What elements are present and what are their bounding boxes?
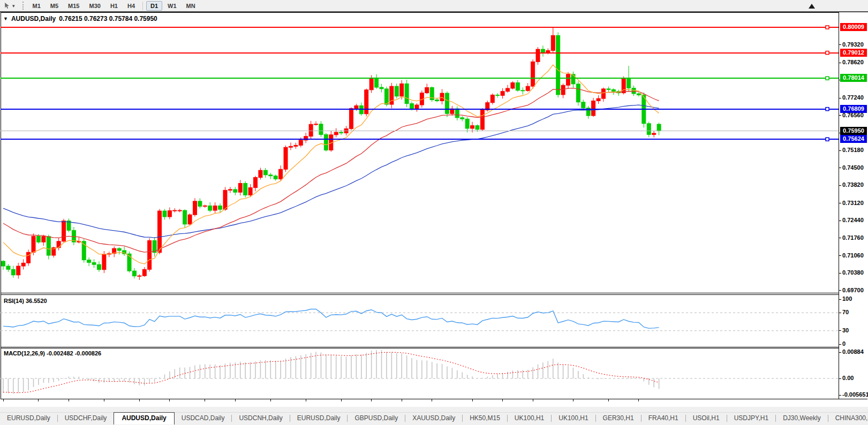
chart-tabs: EURUSD,DailyUSDCHF,DailyAUDUSD,DailyUSDC… (0, 412, 868, 424)
chart-window: ▼ AUDUSD,Daily 0.76215 0.76273 0.75784 0… (0, 12, 868, 407)
cursor-arrow-icon (4, 2, 11, 9)
price-axis-label: 0.74500 (842, 164, 864, 171)
chart-tab-eurusd-daily[interactable]: EURUSD,Daily (290, 413, 348, 424)
symbol-name: AUDUSD,Daily (11, 15, 56, 22)
current-price-badge: 0.75950 (840, 127, 867, 135)
mt4-window: ▾ M1M5M15M30H1H4D1W1MN ▼ AUDUSD,Daily 0.… (0, 0, 868, 425)
price-axis-label: 0.73120 (842, 200, 864, 206)
rsi-indicator-label: RSI(14) 36.5520 (4, 298, 47, 304)
price-level-badge: 0.79012 (840, 49, 867, 57)
price-axis-label: 0.71760 (842, 234, 864, 241)
price-level-badge: 0.76809 (840, 105, 867, 113)
triangle-down-icon[interactable]: ▼ (3, 16, 8, 21)
chart-tab-usoil-h1[interactable]: USOil,H1 (686, 413, 727, 424)
macd-indicator-label: MACD(12,26,9) -0.002482 -0.000826 (4, 350, 101, 356)
rsi-axis-label: 0 (842, 340, 846, 347)
chart-tab-usdchf-daily[interactable]: USDCHF,Daily (58, 413, 114, 424)
chart-tab-usdcad-daily[interactable]: USDCAD,Daily (175, 413, 232, 424)
price-axis-label: 0.69700 (842, 287, 864, 293)
chevron-down-icon[interactable]: ▾ (12, 3, 15, 9)
toolbar-grip[interactable] (22, 2, 24, 10)
timeframe-buttons: M1M5M15M30H1H4D1W1MN (28, 1, 200, 11)
timeframe-button-m15[interactable]: M15 (64, 1, 84, 11)
chart-toolbar: ▾ M1M5M15M30H1H4D1W1MN (0, 0, 868, 12)
timeframe-button-mn[interactable]: MN (182, 1, 200, 11)
timeframe-button-m5[interactable]: M5 (46, 1, 63, 11)
timeframe-button-m1[interactable]: M1 (28, 1, 45, 11)
toolbar-separator (142, 2, 143, 10)
timeframe-button-w1[interactable]: W1 (163, 1, 181, 11)
chart-tab-eurusd-daily[interactable]: EURUSD,Daily (0, 413, 57, 424)
macd-axis-label: -0.005651 (842, 391, 868, 398)
timeframe-button-d1[interactable]: D1 (146, 1, 162, 11)
timeframe-button-h1[interactable]: H1 (106, 1, 122, 11)
macd-axis-label: 0.00 (842, 375, 854, 381)
price-axis-label: 0.75180 (842, 147, 864, 153)
chart-tab-gbpusd-daily[interactable]: GBPUSD,Daily (348, 413, 405, 424)
chart-tab-audusd-daily[interactable]: AUDUSD,Daily (114, 412, 174, 424)
price-axis-label: 0.72440 (842, 217, 864, 223)
chart-tab-hk50-m15[interactable]: HK50,M15 (463, 413, 507, 424)
rsi-axis-label: 30 (842, 327, 849, 333)
timeframe-button-m30[interactable]: M30 (85, 1, 105, 11)
chart-tab-dj30-weekly[interactable]: DJ30,Weekly (776, 413, 827, 424)
price-axis-label: 0.71060 (842, 252, 864, 259)
price-axis-label: 0.77240 (842, 94, 864, 101)
price-level-badge: 0.80009 (840, 23, 867, 31)
chart-title: ▼ AUDUSD,Daily 0.76215 0.76273 0.75784 0… (3, 15, 157, 22)
ohlc-values: 0.76215 0.76273 0.75784 0.75950 (59, 15, 157, 22)
chart-tab-usdcnh-daily[interactable]: USDCNH,Daily (232, 413, 289, 424)
chart-tab-china300-h1[interactable]: CHINA300,H1 (828, 413, 868, 424)
rsi-axis-label: 70 (842, 309, 849, 315)
candlestick-chart-canvas[interactable] (0, 12, 868, 407)
price-axis-label: 0.70380 (842, 269, 864, 276)
chart-tab-uk100-h1[interactable]: UK100,H1 (552, 413, 595, 424)
tabbar-area: EURUSD,DailyUSDCHF,DailyAUDUSD,DailyUSDC… (0, 407, 868, 425)
rsi-axis-label: 100 (842, 295, 852, 302)
chart-tab-usdjpy-h1[interactable]: USDJPY,H1 (727, 413, 775, 424)
macd-axis-label: 0.00884 (842, 348, 864, 355)
price-axis-label: 0.78620 (842, 59, 864, 65)
price-axis-label: 0.79320 (842, 41, 864, 48)
timeframe-button-h4[interactable]: H4 (123, 1, 139, 11)
chart-tab-ger30-h1[interactable]: GER30,H1 (596, 413, 641, 424)
price-level-badge: 0.75624 (840, 135, 867, 143)
price-level-badge: 0.78014 (840, 74, 867, 82)
price-axis-label: 0.73820 (842, 181, 864, 188)
chart-scroll-marker-icon[interactable] (809, 4, 815, 9)
cursor-tool-icon[interactable] (3, 2, 11, 10)
chart-tab-xauusd-daily[interactable]: XAUUSD,Daily (405, 413, 462, 424)
chart-tab-uk100-h1[interactable]: UK100,H1 (508, 413, 551, 424)
chart-tab-fra40-h1[interactable]: FRA40,H1 (641, 413, 685, 424)
